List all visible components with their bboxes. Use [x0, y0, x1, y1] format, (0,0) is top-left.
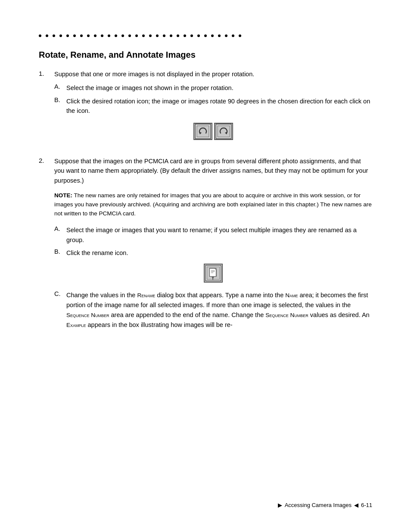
rotation-icons-row	[54, 123, 372, 140]
svg-rect-4	[218, 126, 230, 137]
name-smallcaps: Name	[285, 292, 298, 299]
dot	[197, 34, 200, 37]
alpha-item-2b: B. Click the rename icon.	[54, 248, 372, 258]
rotate-cw-icon[interactable]	[214, 123, 233, 140]
item-number-2: 2.	[39, 156, 54, 164]
alpha-label-1a: A.	[54, 83, 66, 90]
dot	[59, 34, 62, 37]
alpha-list-2-after: C. Change the values in the Rename dialo…	[54, 290, 372, 330]
item-number-1: 1.	[39, 69, 54, 77]
dot	[46, 34, 48, 37]
dot	[184, 34, 186, 37]
alpha-item-2a: A. Select the image or images that you w…	[54, 225, 372, 245]
alpha-item-1a: A. Select the image or images not shown …	[54, 83, 372, 93]
alpha-content-2a: Select the image or images that you want…	[66, 225, 372, 245]
dot	[218, 34, 221, 37]
dot	[66, 34, 69, 37]
note-body: The new names are only retained for imag…	[54, 192, 372, 217]
footer-page-number: 6-11	[361, 502, 372, 508]
footer-section-name: Accessing Camera Images	[285, 502, 352, 508]
rename-smallcaps: Rename	[137, 292, 155, 299]
dot	[87, 34, 90, 37]
note-label: NOTE:	[54, 192, 72, 199]
seqnum-smallcaps-1: Sequence Number	[66, 312, 109, 318]
dot	[94, 34, 97, 37]
note-box: NOTE: The new names are only retained fo…	[54, 191, 372, 218]
alpha-label-2b: B.	[54, 248, 66, 255]
footer-arrow-right: ▶	[278, 502, 282, 508]
dot	[142, 34, 145, 37]
item-intro-2: Suppose that the images on the PCMCIA ca…	[54, 156, 372, 185]
dot	[115, 34, 117, 37]
dot	[225, 34, 227, 37]
dot	[135, 34, 138, 37]
list-item-2: 2. Suppose that the images on the PCMCIA…	[39, 156, 372, 333]
dot	[108, 34, 110, 37]
list-item-1: 1. Suppose that one or more images is no…	[39, 69, 372, 149]
dot	[101, 34, 103, 37]
dot	[156, 34, 159, 37]
dot	[39, 34, 41, 37]
alpha-item-2c: C. Change the values in the Rename dialo…	[54, 290, 372, 330]
dot	[73, 34, 76, 37]
dot	[232, 34, 234, 37]
page: Rotate, Rename, and Annotate Images 1. S…	[0, 0, 411, 532]
svg-rect-8	[209, 268, 216, 277]
item-content-2: Suppose that the images on the PCMCIA ca…	[54, 156, 372, 333]
rename-icon-row	[54, 264, 372, 283]
alpha-content-2c: Change the values in the Rename dialog b…	[66, 290, 372, 330]
dot	[80, 34, 83, 37]
alpha-content-1b: Click the desired rotation icon; the ima…	[66, 96, 372, 116]
dot	[149, 34, 152, 37]
alpha-content-1a: Select the image or images not shown in …	[66, 83, 372, 93]
dot	[211, 34, 214, 37]
seqnum-smallcaps-2: Sequence Number	[265, 312, 308, 318]
dot	[190, 34, 193, 37]
alpha-label-1b: B.	[54, 96, 66, 103]
note-text: NOTE: The new names are only retained fo…	[54, 191, 372, 218]
alpha-list-2: A. Select the image or images that you w…	[54, 225, 372, 258]
dot	[204, 34, 207, 37]
dot	[170, 34, 172, 37]
rotate-ccw-icon[interactable]	[193, 123, 212, 140]
dots-divider	[39, 34, 372, 37]
dot	[163, 34, 165, 37]
dot	[239, 34, 241, 37]
alpha-content-2b: Click the rename icon.	[66, 248, 372, 258]
alpha-label-2a: A.	[54, 225, 66, 232]
rename-icon[interactable]	[204, 264, 223, 283]
item-intro-1: Suppose that one or more images is not d…	[54, 69, 372, 79]
svg-rect-1	[197, 126, 209, 137]
alpha-label-2c: C.	[54, 290, 66, 297]
dot	[121, 34, 124, 37]
numbered-list: 1. Suppose that one or more images is no…	[39, 69, 372, 333]
dot	[53, 34, 55, 37]
alpha-item-1b: B. Click the desired rotation icon; the …	[54, 96, 372, 116]
footer-arrow-left: ◀	[354, 502, 358, 508]
item-content-1: Suppose that one or more images is not d…	[54, 69, 372, 149]
dot	[177, 34, 179, 37]
alpha-list-1: A. Select the image or images not shown …	[54, 83, 372, 115]
dot	[128, 34, 131, 37]
footer: ▶ Accessing Camera Images ◀ 6-11	[278, 502, 372, 508]
example-smallcaps: Example	[66, 322, 86, 328]
section-title: Rotate, Rename, and Annotate Images	[39, 50, 372, 60]
